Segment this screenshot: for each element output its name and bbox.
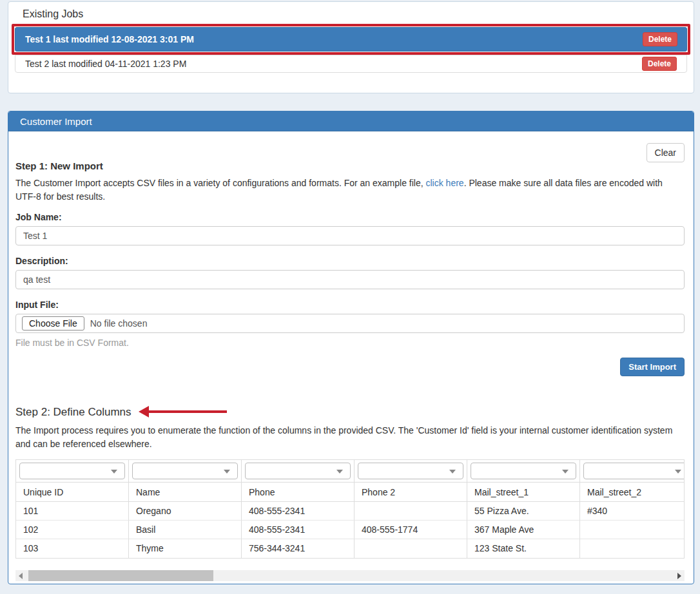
customer-import-panel-heading: Customer Import: [8, 111, 694, 131]
column-select-row: [16, 460, 685, 483]
table-row: 102 Basil 408-555-2341 408-555-1774 367 …: [16, 521, 685, 539]
step1-intro: The Customer Import accepts CSV files in…: [15, 177, 685, 204]
step2-description: The Import process requires you to enume…: [15, 424, 685, 451]
table-cell: 102: [16, 521, 129, 539]
scroll-right-arrow-icon[interactable]: [674, 570, 685, 581]
table-cell: [355, 502, 467, 521]
annotation-arrow: [148, 410, 227, 413]
click-here-link[interactable]: click here: [426, 178, 464, 188]
step2-heading-text: Step 2: Define Columns: [15, 406, 131, 418]
input-file-label: Input File:: [15, 300, 685, 310]
column-header: Name: [129, 483, 242, 502]
table-cell: 756-344-3241: [242, 539, 355, 558]
column-header: Mail_street_1: [467, 483, 580, 502]
table-cell: 55 Pizza Ave.: [467, 502, 580, 521]
table-cell: Thyme: [129, 539, 242, 558]
clear-button[interactable]: Clear: [647, 143, 685, 162]
annotation-rect: Test 1 last modified 12-08-2021 3:01 PM …: [12, 24, 690, 55]
column-header: Unique ID: [16, 483, 129, 502]
table-cell: [355, 539, 467, 558]
table-cell: 367 Maple Ave: [467, 521, 580, 539]
table-header-row: Unique ID Name Phone Phone 2 Mail_street…: [16, 483, 685, 502]
column-select-1[interactable]: [19, 463, 125, 479]
column-select-2[interactable]: [132, 463, 238, 479]
delete-button[interactable]: Delete: [643, 32, 677, 46]
job-name-label: Job Name:: [15, 212, 685, 222]
table-row: 103 Thyme 756-344-3241 123 State St.: [16, 539, 685, 558]
table-cell: 123 State St.: [467, 539, 580, 558]
column-header: Phone: [242, 483, 355, 502]
job-name-input[interactable]: [15, 226, 685, 245]
table-cell: 408-555-1774: [355, 521, 467, 539]
column-select-4[interactable]: [358, 463, 463, 479]
column-header: Phone 2: [355, 483, 467, 502]
table-cell: #340: [580, 502, 685, 521]
job-item-label: Test 2 last modified 04-11-2021 1:23 PM: [25, 59, 186, 69]
table-cell: 408-555-2341: [242, 502, 355, 521]
column-select-3[interactable]: [245, 463, 351, 479]
start-import-button[interactable]: Start Import: [620, 358, 685, 376]
customer-import-panel-body: Clear Step 1: New Import The Customer Im…: [8, 131, 694, 584]
column-select-6[interactable]: [583, 463, 685, 479]
column-select-5[interactable]: [471, 463, 576, 479]
delete-button[interactable]: Delete: [642, 57, 677, 71]
scrollbar-thumb[interactable]: [28, 570, 213, 581]
column-definition-table: Unique ID Name Phone Phone 2 Mail_street…: [15, 459, 685, 559]
no-file-chosen-text: No file chosen: [90, 318, 148, 329]
table-cell: Oregano: [129, 502, 242, 521]
table-cell: [580, 539, 685, 558]
table-cell: 101: [16, 502, 129, 521]
choose-file-button[interactable]: Choose File: [22, 316, 84, 331]
csv-format-hint: File must be in CSV Format.: [15, 338, 685, 348]
horizontal-scrollbar[interactable]: [15, 570, 685, 581]
job-item-test2[interactable]: Delete Test 2 last modified 04-11-2021 1…: [15, 55, 687, 73]
job-item-label: Test 1 last modified 12-08-2021 3:01 PM: [25, 34, 194, 44]
table-row: 101 Oregano 408-555-2341 55 Pizza Ave. #…: [16, 502, 685, 521]
page: Existing Jobs Test 1 last modified 12-08…: [0, 0, 700, 584]
intro-text-before: The Customer Import accepts CSV files in…: [15, 178, 426, 188]
table-cell: 103: [16, 539, 129, 558]
file-input[interactable]: Choose File No file chosen: [15, 314, 685, 333]
table-cell: [580, 521, 685, 539]
step2-heading: Step 2: Define Columns: [15, 376, 685, 419]
table-cell: 408-555-2341: [242, 521, 355, 539]
customer-import-panel: Customer Import Clear Step 1: New Import…: [8, 111, 694, 584]
scroll-left-arrow-icon[interactable]: [15, 570, 26, 581]
description-input[interactable]: [15, 270, 685, 289]
step1-heading: Step 1: New Import: [15, 160, 685, 171]
table-cell: Basil: [129, 521, 242, 539]
column-header: Mail_street_2: [580, 483, 685, 502]
existing-jobs-heading: Existing Jobs: [23, 8, 687, 20]
job-item-test1[interactable]: Test 1 last modified 12-08-2021 3:01 PM …: [15, 27, 687, 52]
existing-jobs-panel: Existing Jobs Test 1 last modified 12-08…: [8, 1, 694, 93]
description-label: Description:: [15, 256, 685, 266]
